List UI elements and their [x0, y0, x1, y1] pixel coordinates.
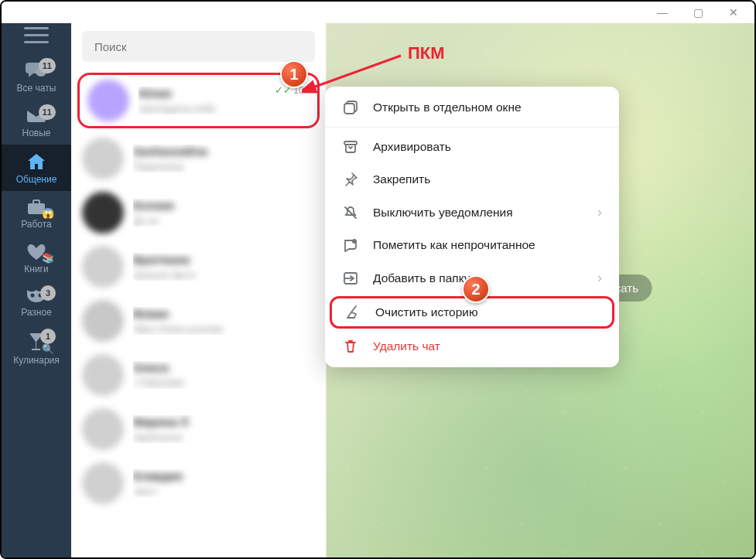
chat-item[interactable]: Клавдия текст — [71, 456, 326, 510]
chat-name: Юлия — [139, 87, 172, 100]
search-input[interactable] — [82, 31, 315, 62]
avatar — [82, 192, 124, 233]
chat-preview: омолодила себя — [139, 103, 310, 114]
folder-label: Работа — [21, 219, 52, 230]
chat-item[interactable]: Вован https://www.youtube — [71, 294, 326, 348]
menu-item-pin[interactable]: Закрепить — [325, 163, 619, 196]
avatar — [82, 138, 124, 179]
annotation-callout-2: 2 — [462, 275, 490, 303]
folder-label: Новые — [22, 128, 50, 138]
avatar — [82, 462, 124, 504]
svg-rect-6 — [344, 104, 354, 114]
unread-badge: 11 — [39, 104, 56, 120]
menu-item-label: Очистить историю — [375, 305, 478, 319]
avatar — [87, 80, 129, 121]
avatar — [82, 354, 124, 396]
menu-item-label: Открыть в отдельном окне — [373, 101, 522, 114]
chat-name: Олеся — [133, 361, 169, 374]
archive-icon — [342, 139, 359, 155]
folder-label: Все чаты — [17, 83, 56, 94]
menu-item-archive[interactable]: Архивировать — [325, 131, 619, 163]
chat-name: Вован — [133, 307, 169, 320]
chat-item[interactable]: Sashaxoalina Переписка — [71, 131, 326, 186]
broom-icon — [344, 305, 361, 320]
chat-name: Sashaxoalina — [133, 145, 207, 158]
folder-label: Кулинария — [13, 355, 60, 366]
avatar — [82, 408, 124, 450]
maximize-button[interactable]: ▢ — [680, 2, 716, 23]
menu-item-unread[interactable]: Пометить как непрочитанное — [325, 229, 619, 261]
pin-icon — [342, 172, 359, 187]
chat-preview: До кн — [133, 215, 315, 227]
unread-icon — [342, 237, 359, 253]
trash-icon — [342, 339, 359, 354]
folder-emoji: 📚 — [42, 252, 54, 264]
chat-preview: https://www.youtube — [133, 323, 315, 335]
menu-item-trash[interactable]: Удалить чат — [325, 330, 619, 363]
menu-item-label: Добавить в папку — [373, 271, 470, 285]
home-icon — [26, 152, 46, 171]
minimize-button[interactable]: — — [645, 2, 680, 23]
chat-preview: переписка — [133, 431, 315, 443]
chevron-right-icon: › — [597, 270, 602, 286]
menu-item-label: Удалить чат — [373, 339, 440, 353]
avatar — [82, 300, 124, 342]
chat-preview: пришли фото — [133, 269, 315, 281]
folder-Все чаты[interactable]: Все чаты 11 — [2, 53, 71, 100]
folder-sidebar: Все чаты 11 Новые 11 Общение Работа 😱 Кн… — [2, 23, 71, 557]
svg-rect-2 — [33, 200, 39, 204]
window-icon — [342, 100, 359, 115]
window-titlebar: — ▢ ✕ — [2, 2, 754, 23]
chat-context-menu: Открыть в отдельном окне Архивировать За… — [325, 87, 619, 367]
menu-item-mute[interactable]: Выключить уведомления › — [325, 196, 619, 229]
menu-item-label: Пометить как непрочитанное — [373, 238, 535, 252]
chat-item[interactable]: Олеся +79003364 — [71, 348, 326, 402]
folder-Новые[interactable]: Новые 11 — [2, 100, 71, 145]
folder-Работа[interactable]: Работа 😱 — [2, 191, 71, 236]
chat-list-panel: Юлия омолодила себя ✓✓10: Sashaxoalina П… — [71, 23, 327, 557]
folder-Общение[interactable]: Общение — [2, 145, 71, 191]
chat-name: Марина Л — [133, 415, 189, 428]
svg-point-8 — [352, 239, 357, 244]
unread-badge: 11 — [39, 58, 56, 73]
svg-rect-7 — [344, 141, 357, 145]
chat-item[interactable]: Братишка пришли фото — [71, 240, 326, 294]
annotation-pkm-label: ПКМ — [408, 43, 445, 63]
chat-item[interactable]: Ксения До кн — [71, 186, 326, 240]
folder-label: Общение — [16, 174, 57, 185]
mute-icon — [342, 205, 359, 220]
unread-badge: 3 — [40, 285, 56, 301]
chat-name: Братишка — [133, 253, 190, 266]
menu-item-label: Закрепить — [373, 172, 430, 186]
svg-point-3 — [31, 294, 35, 298]
chat-item[interactable]: Марина Л переписка — [71, 402, 326, 456]
menu-item-label: Архивировать — [373, 140, 451, 154]
folder-icon — [342, 271, 359, 286]
folder-emoji: 😱 — [42, 207, 54, 219]
folder-label: Разное — [21, 307, 52, 318]
chevron-right-icon: › — [597, 204, 602, 220]
annotation-callout-1: 1 — [280, 60, 308, 88]
menu-item-label: Выключить уведомления — [373, 206, 513, 220]
folder-Разное[interactable]: Разное 3 — [2, 281, 71, 324]
folder-Кулинария[interactable]: Кулинария 1 🔍 — [2, 324, 71, 372]
chat-name: Ксения — [133, 199, 174, 212]
chat-preview: Переписка — [133, 161, 315, 172]
avatar — [82, 246, 124, 288]
close-button[interactable]: ✕ — [716, 2, 751, 23]
unread-badge: 1 — [40, 329, 56, 344]
chat-name: Клавдия — [133, 469, 183, 482]
folder-label: Книги — [24, 264, 48, 274]
chat-preview: +79003364 — [133, 377, 315, 389]
menu-item-window[interactable]: Открыть в отдельном окне — [325, 91, 619, 124]
folder-emoji: 🔍 — [42, 343, 54, 355]
chat-preview: текст — [133, 486, 315, 497]
hamburger-menu-icon[interactable] — [24, 34, 49, 36]
folder-Книги[interactable]: Книги 📚 — [2, 236, 71, 281]
